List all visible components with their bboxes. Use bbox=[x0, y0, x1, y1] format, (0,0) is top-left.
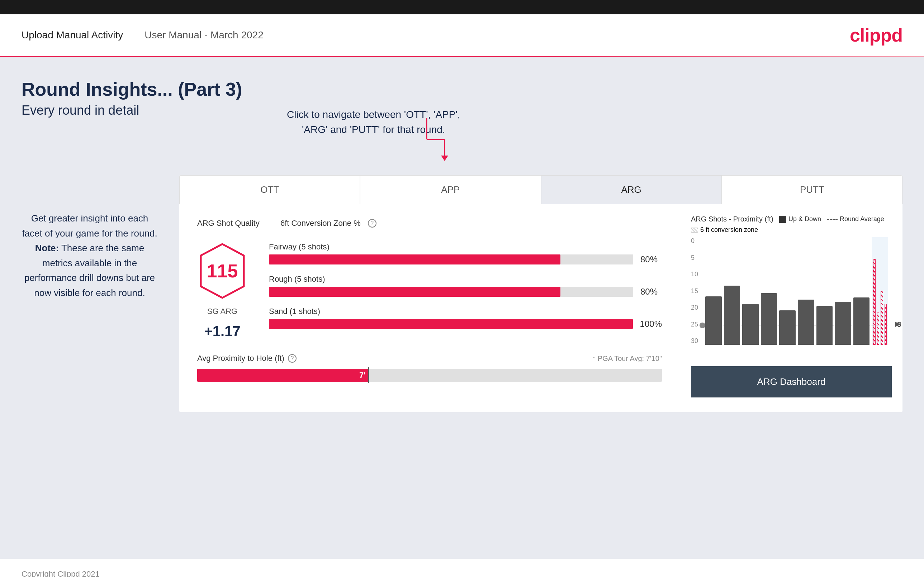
chart-bar-group-1 bbox=[705, 237, 722, 345]
sg-arg-value: +1.17 bbox=[204, 323, 240, 339]
chart-bar-group-4 bbox=[761, 237, 777, 345]
bar-track-rough bbox=[269, 287, 633, 297]
proximity-pga: ↑ PGA Tour Avg: 7'10" bbox=[592, 355, 662, 363]
chart-bar-4 bbox=[761, 293, 777, 345]
proximity-bar-track: 7' bbox=[197, 369, 662, 382]
chart-bar-group-9 bbox=[853, 237, 870, 345]
left-panel: Get greater insight into each facet of y… bbox=[21, 139, 158, 412]
arg-dashboard-button[interactable]: ARG Dashboard bbox=[691, 366, 892, 397]
chart-y-axis: 30 25 20 15 10 5 0 bbox=[691, 237, 702, 345]
svg-marker-5 bbox=[895, 322, 900, 327]
hatch-bar-4 bbox=[885, 304, 887, 345]
chart-bar-group-5 bbox=[779, 237, 796, 345]
score-area: 115 SG ARG +1.17 Fairway (5 shots) bbox=[197, 242, 662, 339]
content-layout: Get greater insight into each facet of y… bbox=[21, 139, 903, 412]
chart-bar-1 bbox=[705, 297, 722, 345]
proximity-value: 7' bbox=[359, 371, 365, 380]
tabs-container: OTT APP ARG PUTT bbox=[179, 175, 903, 204]
main-card: OTT APP ARG PUTT ARG Shot Quality 6ft Co… bbox=[179, 175, 903, 412]
proximity-section: Avg Proximity to Hole (ft) ? ↑ PGA Tour … bbox=[197, 354, 662, 382]
legend-hatch-icon bbox=[691, 227, 698, 232]
chart-bar-2 bbox=[724, 285, 740, 345]
hatch-bar-group-2 bbox=[877, 237, 879, 345]
legend-conversion: 6 ft conversion zone bbox=[691, 226, 892, 234]
shot-label-rough: Rough (5 shots) bbox=[269, 274, 662, 284]
proximity-label: Avg Proximity to Hole (ft) bbox=[197, 354, 284, 363]
legend-round-avg-label: Round Average bbox=[840, 215, 884, 223]
shot-row-fairway: Fairway (5 shots) 80% bbox=[269, 242, 662, 264]
bar-container-sand: 100% bbox=[269, 319, 662, 329]
bar-fill-rough bbox=[269, 287, 561, 297]
hatch-bar-1 bbox=[873, 259, 875, 345]
chart-bar-8 bbox=[835, 302, 851, 345]
legend-up-down-label: Up & Down bbox=[788, 215, 821, 223]
shot-label-sand: Sand (1 shots) bbox=[269, 307, 662, 316]
chart-bar-group-6 bbox=[798, 237, 814, 345]
shot-label-fairway: Fairway (5 shots) bbox=[269, 242, 662, 251]
chart-title: ARG Shots - Proximity (ft) bbox=[691, 215, 774, 223]
chart-bar-group-8 bbox=[835, 237, 851, 345]
sg-arg-label: SG ARG bbox=[207, 307, 237, 316]
chart-bar-3 bbox=[742, 304, 759, 345]
chart-bars-container bbox=[705, 237, 888, 345]
chart-bar-5 bbox=[779, 310, 796, 345]
chart-header: ARG Shots - Proximity (ft) Up & Down Rou… bbox=[691, 215, 892, 223]
tab-arg[interactable]: ARG bbox=[541, 175, 722, 204]
arg-section-label: ARG Shot Quality bbox=[197, 219, 260, 228]
proximity-cursor bbox=[368, 367, 369, 383]
chart-bar-group-2 bbox=[724, 237, 740, 345]
bar-percent-sand: 100% bbox=[640, 319, 662, 329]
left-panel-text: Get greater insight into each facet of y… bbox=[21, 211, 158, 301]
page-subtitle: Every round in detail bbox=[21, 103, 903, 118]
top-bar bbox=[0, 0, 924, 15]
hatch-bar-group-3 bbox=[880, 237, 883, 345]
legend-conversion-label: 6 ft conversion zone bbox=[700, 226, 758, 234]
legend-dashed-icon bbox=[827, 219, 838, 220]
chart-bar-7 bbox=[816, 306, 833, 345]
bar-fill-fairway bbox=[269, 255, 561, 264]
bar-container-fairway: 80% bbox=[269, 255, 662, 264]
bar-track-fairway bbox=[269, 255, 633, 264]
annotation-arrow bbox=[423, 118, 459, 162]
manual-label: User Manual - March 2022 bbox=[144, 29, 263, 41]
legend-up-down: Up & Down bbox=[779, 215, 821, 223]
shot-quality: Fairway (5 shots) 80% Ro bbox=[269, 242, 662, 339]
hatch-bar-3 bbox=[880, 291, 883, 345]
chart-bar-9 bbox=[853, 297, 870, 345]
shot-row-rough: Rough (5 shots) 80% bbox=[269, 274, 662, 297]
card-left: ARG Shot Quality 6ft Conversion Zone % ? bbox=[179, 204, 680, 412]
tab-app[interactable]: APP bbox=[360, 175, 541, 204]
chart-bar-group-7 bbox=[816, 237, 833, 345]
svg-marker-3 bbox=[441, 156, 448, 161]
hexagon: 115 bbox=[197, 242, 247, 300]
tab-ott[interactable]: OTT bbox=[179, 175, 360, 204]
arg-quality-header: ARG Shot Quality 6ft Conversion Zone % ? bbox=[197, 219, 662, 228]
bar-fill-sand bbox=[269, 319, 633, 329]
bar-percent-fairway: 80% bbox=[640, 255, 662, 264]
card-right: ARG Shots - Proximity (ft) Up & Down Rou… bbox=[680, 204, 903, 412]
chart-bar-6 bbox=[798, 300, 814, 345]
header-left: Upload Manual Activity User Manual - Mar… bbox=[21, 29, 263, 41]
shot-row-sand: Sand (1 shots) 100% bbox=[269, 307, 662, 329]
hatch-bar-2 bbox=[877, 313, 879, 345]
proximity-help-icon[interactable]: ? bbox=[288, 354, 297, 363]
card-body: ARG Shot Quality 6ft Conversion Zone % ? bbox=[179, 204, 903, 412]
ref-arrow-icon bbox=[895, 319, 903, 330]
hexagon-container: 115 SG ARG +1.17 bbox=[197, 242, 247, 339]
hatch-bar-group-4 bbox=[885, 237, 887, 345]
main-content: Round Insights... (Part 3) Every round i… bbox=[0, 57, 924, 559]
bar-track-sand bbox=[269, 319, 633, 329]
help-icon[interactable]: ? bbox=[368, 219, 376, 227]
note-label: Note: bbox=[35, 243, 59, 253]
hatch-column-container bbox=[872, 237, 888, 345]
ref-circle-icon bbox=[699, 322, 705, 328]
legend-round-avg: Round Average bbox=[827, 215, 884, 223]
tab-putt[interactable]: PUTT bbox=[722, 175, 903, 204]
page-title: Round Insights... (Part 3) bbox=[21, 79, 903, 100]
hex-score: 115 bbox=[207, 260, 238, 282]
hatch-bar-group-1 bbox=[873, 237, 875, 345]
conversion-label: 6ft Conversion Zone % bbox=[280, 219, 361, 228]
bar-percent-rough: 80% bbox=[640, 287, 662, 297]
bar-container-rough: 80% bbox=[269, 287, 662, 297]
upload-label: Upload Manual Activity bbox=[21, 29, 123, 41]
